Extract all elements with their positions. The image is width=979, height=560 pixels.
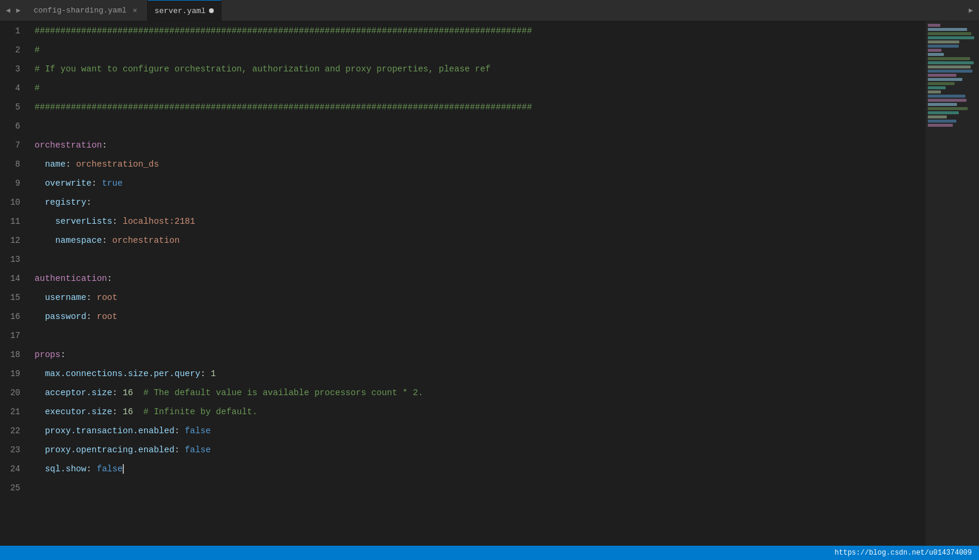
token: : [102,136,107,155]
token [35,440,45,459]
minimap-line-5 [928,40,959,43]
token: # [35,40,40,60]
token: false [185,440,211,459]
tab-overflow-arrow[interactable]: ▶ [963,6,979,15]
token: # If you want to configure orchestration… [35,60,491,79]
line-number-2: 2 [7,40,20,60]
token: : [92,174,102,193]
line-number-18: 18 [7,345,20,364]
line-number-6: 6 [7,117,20,136]
token: : [86,307,96,326]
minimap-line-2 [928,28,967,31]
code-area[interactable]: ########################################… [30,21,925,546]
minimap-line-1 [928,24,940,27]
token: registry [45,193,86,212]
line-number-14: 14 [7,269,20,288]
code-line-21: executor.size: 16 # Infinite by default. [32,402,925,421]
code-line-13 [32,250,925,269]
token: orchestration [113,231,180,250]
token: : [113,383,123,402]
minimap-line-14 [928,78,962,81]
token: : [86,459,96,478]
token: sql.show [45,459,86,478]
minimap-line-18 [928,95,965,98]
minimap [925,21,979,546]
minimap-lines [925,21,979,130]
code-line-16: password: root [32,307,925,326]
minimap-line-7 [928,49,941,52]
token: root [96,288,117,307]
line-number-22: 22 [7,421,20,440]
token: false [185,421,211,440]
editor-main: 1234567891011121314151617181920212223242… [0,21,925,546]
line-number-20: 20 [7,383,20,402]
line-number-3: 3 [7,60,20,79]
tab-modified-indicator [209,8,214,13]
line-number-13: 13 [7,250,20,269]
minimap-line-22 [928,111,959,114]
token [35,421,45,440]
line-number-1: 1 [7,21,20,40]
code-line-12: namespace: orchestration [32,231,925,250]
token: 16 [123,402,133,421]
code-line-19: max.connections.size.per.query: 1 [32,364,925,383]
token: ########################################… [35,98,532,117]
tab-config-sharding-label: config-sharding.yaml [33,6,126,15]
line-number-21: 21 [7,402,20,421]
token [35,193,45,212]
minimap-line-10 [928,61,974,64]
tab-nav-arrows[interactable]: ◀ ▶ [0,0,26,21]
token: 16 [123,383,133,402]
token: : [102,231,112,250]
token [35,174,45,193]
minimap-line-4 [928,36,974,39]
code-line-11: serverLists: localhost:2181 [32,212,925,231]
code-line-22: proxy.transaction.enabled: false [32,421,925,440]
tab-config-sharding-close[interactable]: ✕ [130,6,140,15]
token [35,459,45,478]
token: : [174,440,185,459]
line-number-15: 15 [7,288,20,307]
token: name [45,155,66,174]
token: serverLists [55,212,113,231]
line-number-24: 24 [7,459,20,478]
token: : [86,193,92,212]
minimap-line-17 [928,90,941,93]
token: : [61,345,66,364]
code-line-18: props: [32,345,925,364]
nav-next-arrow[interactable]: ▶ [14,5,23,16]
token [35,288,45,307]
token: : [113,402,123,421]
minimap-line-24 [928,120,956,123]
token [35,307,45,326]
token [35,155,45,174]
code-line-9: overwrite: true [32,174,925,193]
code-line-5: ########################################… [32,98,925,117]
tab-config-sharding[interactable]: config-sharding.yaml ✕ [26,0,147,21]
minimap-line-20 [928,103,957,106]
token: localhost:2181 [123,212,195,231]
token: true [102,174,123,193]
status-url: https://blog.csdn.net/u014374009 [835,549,972,557]
nav-prev-arrow[interactable]: ◀ [4,5,13,16]
token: orchestration_ds [76,155,159,174]
token: : [66,155,76,174]
token: acceptor.size [45,383,112,402]
minimap-line-25 [928,124,953,127]
code-line-15: username: root [32,288,925,307]
code-line-6 [32,117,925,136]
text-cursor [123,464,124,474]
token [35,212,55,231]
token: : [86,288,96,307]
line-number-8: 8 [7,155,20,174]
token: proxy.transaction.enabled [45,421,174,440]
line-number-11: 11 [7,212,20,231]
token: # The default value is available process… [144,383,423,402]
minimap-line-6 [928,45,959,48]
token: false [96,459,123,478]
line-number-4: 4 [7,79,20,98]
code-line-14: authentication: [32,269,925,288]
code-line-24: sql.show: false [32,459,925,478]
line-number-23: 23 [7,440,20,459]
tab-server-yaml[interactable]: server.yaml [148,0,222,21]
